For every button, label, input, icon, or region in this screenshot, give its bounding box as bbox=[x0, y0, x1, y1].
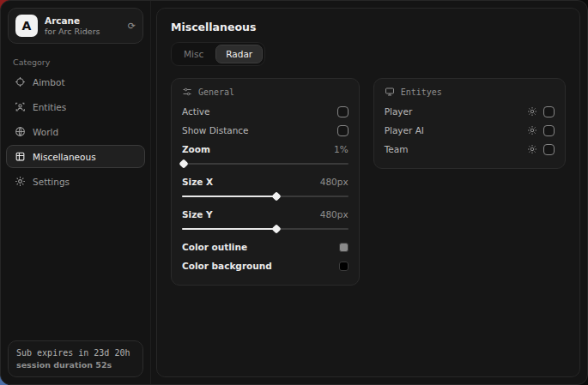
screen: A Arcane for Arc Riders ⟳ Category bbox=[0, 0, 588, 385]
sizey-row: Size Y 480px bbox=[182, 205, 349, 224]
gear-icon[interactable] bbox=[527, 106, 537, 117]
team-label: Team bbox=[385, 144, 409, 154]
tab-radar[interactable]: Radar bbox=[215, 45, 263, 63]
app-logo: A bbox=[15, 15, 38, 37]
panel-row: General Active Show Distance Zoom 1% bbox=[171, 78, 566, 286]
color-outline-swatch[interactable] bbox=[339, 243, 349, 252]
active-row: Active bbox=[182, 102, 349, 121]
sidebar-item-label: Entities bbox=[33, 102, 66, 112]
sidebar-item-settings[interactable]: Settings bbox=[6, 170, 145, 193]
zoom-slider-track bbox=[182, 163, 349, 165]
brand-text: Arcane for Arc Riders bbox=[45, 15, 121, 36]
sizey-slider[interactable] bbox=[182, 225, 349, 233]
zoom-value: 1% bbox=[334, 144, 349, 154]
sizey-label: Size Y bbox=[182, 209, 213, 220]
category-label: Category bbox=[13, 57, 138, 67]
brand-card: A Arcane for Arc Riders ⟳ bbox=[8, 8, 143, 44]
sizex-row: Size X 480px bbox=[182, 172, 349, 191]
main-panel: Miscellaneous Misc Radar General Active bbox=[156, 8, 580, 377]
sidebar-item-world[interactable]: World bbox=[6, 120, 145, 143]
monitor-icon bbox=[385, 87, 395, 97]
general-panel-header: General bbox=[182, 87, 349, 97]
page-title: Miscellaneous bbox=[171, 21, 566, 33]
grid-icon bbox=[14, 151, 26, 163]
team-checkbox[interactable] bbox=[543, 144, 555, 155]
tab-bar: Misc Radar bbox=[171, 42, 265, 66]
sizex-label: Size X bbox=[182, 177, 213, 187]
color-background-swatch[interactable] bbox=[339, 262, 349, 271]
show-distance-row: Show Distance bbox=[182, 121, 349, 140]
player-checkbox[interactable] bbox=[543, 106, 555, 117]
sidebar-item-entities[interactable]: Entities bbox=[6, 95, 145, 118]
sidebar-nav: Aimbot Entities World bbox=[1, 70, 150, 193]
active-checkbox[interactable] bbox=[337, 106, 349, 117]
sidebar-spacer bbox=[1, 193, 150, 334]
team-controls bbox=[527, 144, 555, 155]
gear-icon[interactable] bbox=[527, 125, 537, 135]
tab-misc[interactable]: Misc bbox=[173, 45, 214, 63]
player-ai-label: Player AI bbox=[385, 125, 424, 135]
crosshair-icon bbox=[14, 76, 26, 88]
general-panel: General Active Show Distance Zoom 1% bbox=[171, 78, 360, 286]
color-outline-row: Color outline bbox=[182, 238, 349, 256]
player-ai-checkbox[interactable] bbox=[543, 125, 555, 136]
globe-icon bbox=[14, 126, 26, 138]
show-distance-checkbox[interactable] bbox=[337, 125, 349, 136]
color-background-row: Color background bbox=[182, 256, 349, 275]
sidebar: A Arcane for Arc Riders ⟳ Category bbox=[1, 1, 151, 384]
general-panel-title: General bbox=[198, 87, 234, 97]
show-distance-label: Show Distance bbox=[182, 125, 249, 135]
app-subtitle: for Arc Riders bbox=[45, 27, 121, 36]
color-outline-label: Color outline bbox=[182, 242, 247, 252]
sidebar-item-label: World bbox=[33, 127, 58, 137]
sizex-value: 480px bbox=[320, 177, 349, 187]
entities-panel: Entityes Player bbox=[373, 78, 566, 169]
active-label: Active bbox=[182, 106, 209, 117]
subscription-card: Sub expires in 23d 20h session duration … bbox=[8, 340, 143, 377]
session-duration-text: session duration 52s bbox=[16, 360, 135, 370]
zoom-row: Zoom 1% bbox=[182, 140, 349, 159]
team-row: Team bbox=[385, 140, 555, 159]
app-window: A Arcane for Arc Riders ⟳ Category bbox=[0, 0, 588, 385]
sizey-slider-thumb[interactable] bbox=[272, 224, 282, 233]
sidebar-item-aimbot[interactable]: Aimbot bbox=[6, 70, 145, 93]
sizex-slider-fill bbox=[182, 196, 276, 197]
refresh-icon[interactable]: ⟳ bbox=[128, 21, 136, 32]
color-background-label: Color background bbox=[182, 261, 272, 271]
zoom-slider[interactable] bbox=[182, 159, 349, 168]
player-label: Player bbox=[385, 106, 413, 117]
sizex-slider[interactable] bbox=[182, 192, 349, 201]
zoom-slider-thumb[interactable] bbox=[179, 159, 188, 168]
sizex-slider-thumb[interactable] bbox=[272, 191, 282, 201]
player-row: Player bbox=[385, 102, 555, 121]
sidebar-item-label: Settings bbox=[33, 177, 70, 187]
gear-icon bbox=[14, 176, 26, 188]
sidebar-item-label: Aimbot bbox=[33, 77, 65, 87]
zoom-label: Zoom bbox=[182, 144, 210, 154]
entities-panel-title: Entityes bbox=[401, 87, 442, 97]
sliders-icon bbox=[182, 87, 192, 97]
sizey-slider-fill bbox=[182, 228, 276, 230]
scan-person-icon bbox=[14, 101, 26, 113]
player-controls bbox=[527, 106, 555, 117]
player-ai-row: Player AI bbox=[385, 121, 555, 140]
sidebar-item-miscellaneous[interactable]: Miscellaneous bbox=[6, 145, 145, 168]
entities-panel-header: Entityes bbox=[385, 87, 555, 97]
sizey-value: 480px bbox=[320, 209, 349, 220]
gear-icon[interactable] bbox=[527, 144, 537, 154]
sub-expires-text: Sub expires in 23d 20h bbox=[16, 348, 135, 358]
app-name: Arcane bbox=[45, 15, 121, 27]
sidebar-item-label: Miscellaneous bbox=[33, 152, 96, 162]
player-ai-controls bbox=[527, 125, 555, 136]
